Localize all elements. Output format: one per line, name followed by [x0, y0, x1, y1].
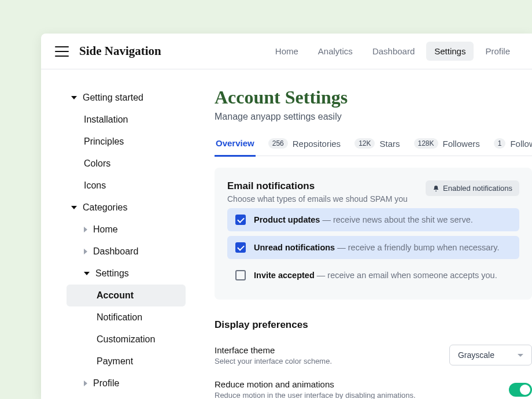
tab-stars[interactable]: 12K Stars: [353, 138, 401, 156]
topnav-home[interactable]: Home: [267, 42, 306, 61]
select-value: Grayscale: [458, 350, 494, 360]
tab-followers[interactable]: 128K Followers: [413, 138, 481, 156]
tab-count: 12K: [354, 138, 375, 149]
main-panel: Account Settings Manage anyapp settings …: [197, 69, 532, 399]
tab-label: Following: [510, 139, 532, 149]
panel-title: Email notifications: [227, 180, 408, 192]
tab-label: Followers: [443, 139, 480, 149]
sidebar-subgroup-settings[interactable]: Settings: [71, 263, 186, 285]
page-title: Account Settings: [215, 87, 532, 108]
content-area: Getting started Installation Principles …: [41, 69, 532, 399]
email-notifications-panel: Email notifications Choose what types of…: [215, 168, 532, 300]
option-unread-notifications[interactable]: Unread notifications — receive a friendl…: [227, 236, 519, 259]
sidebar-group-categories[interactable]: Categories: [71, 197, 186, 219]
sidebar-item-icons[interactable]: Icons: [71, 175, 186, 197]
topnav-dashboard[interactable]: Dashboard: [364, 42, 423, 61]
option-text: Invite accepted — receive an email when …: [254, 271, 497, 280]
enabled-notifications-badge[interactable]: Enabled notifications: [426, 180, 519, 196]
page-subtitle: Manage anyapp settings easily: [215, 112, 532, 122]
panel-desc: Choose what types of emails we shoud SPA…: [227, 194, 408, 204]
app-title: Side Navigation: [79, 44, 161, 58]
app-window: Side Navigation Home Analytics Dashboard…: [41, 34, 532, 399]
pref-desc: Select your interface color scheme.: [215, 357, 332, 365]
topnav-profile[interactable]: Profile: [477, 42, 518, 61]
option-product-updates[interactable]: Product updates — receive news about the…: [227, 208, 519, 231]
pref-interface-theme: Interface theme Select your interface co…: [215, 345, 532, 365]
sidebar-subitem-payment[interactable]: Payment: [71, 350, 186, 372]
tab-label: Repositories: [293, 139, 341, 149]
tab-count: 128K: [414, 138, 438, 149]
tab-count: 256: [268, 138, 288, 149]
top-nav: Home Analytics Dashboard Settings Profil…: [267, 42, 518, 61]
tab-count: 1: [494, 138, 506, 149]
pref-desc: Reduce motion in the user interface by d…: [215, 391, 416, 399]
theme-select[interactable]: Grayscale: [449, 345, 532, 365]
sidebar-group-label: Categories: [83, 202, 127, 213]
panel-header: Email notifications Choose what types of…: [227, 180, 519, 204]
checkbox-icon: [235, 270, 246, 280]
option-detail: — receive a friendly bump when necessary…: [335, 243, 499, 252]
topnav-analytics[interactable]: Analytics: [310, 42, 361, 61]
option-label: Unread notifications: [254, 243, 335, 252]
sidebar-subgroup-dashboard[interactable]: Dashboard: [71, 241, 186, 263]
topnav-settings[interactable]: Settings: [426, 42, 474, 61]
sidebar-subgroup-profile[interactable]: Profile: [71, 372, 186, 394]
tab-overview[interactable]: Overview: [215, 138, 256, 157]
tab-label: Overview: [216, 138, 254, 148]
option-detail: — receive an email when someone accepts …: [315, 271, 497, 280]
display-preferences-section: Display preferences Interface theme Sele…: [215, 319, 532, 399]
option-text: Unread notifications — receive a friendl…: [254, 243, 499, 252]
sidebar-subgroup-label: Settings: [95, 268, 129, 279]
topbar: Side Navigation Home Analytics Dashboard…: [41, 34, 532, 69]
sidebar-subgroup-label: Profile: [93, 378, 119, 389]
sidebar-subitem-customization[interactable]: Customization: [71, 328, 186, 350]
bell-icon: [433, 185, 439, 192]
sidebar-subgroup-label: Dashboard: [93, 246, 138, 257]
sidebar-item-colors[interactable]: Colors: [71, 153, 186, 175]
tab-label: Stars: [379, 139, 400, 149]
sidebar-item-installation[interactable]: Installation: [71, 109, 186, 131]
chevron-down-icon: [71, 206, 77, 209]
section-title: Display preferences: [215, 319, 532, 331]
sidebar-group-label: Getting started: [83, 93, 143, 103]
checkbox-icon: [235, 215, 246, 225]
tabs: Overview 256 Repositories 12K Stars 128K…: [215, 138, 532, 156]
sidebar-subitem-notification[interactable]: Notification: [71, 306, 186, 328]
chevron-right-icon: [84, 249, 87, 254]
pref-label: Interface theme: [215, 345, 332, 355]
tab-following[interactable]: 1 Following: [493, 138, 532, 156]
hamburger-icon[interactable]: [55, 46, 69, 57]
checkbox-icon: [235, 242, 246, 253]
sidebar: Getting started Installation Principles …: [41, 69, 197, 399]
badge-label: Enabled notifications: [443, 184, 512, 193]
sidebar-subgroup-label: Home: [93, 224, 118, 235]
sidebar-subitem-account[interactable]: Account: [66, 285, 186, 306]
option-label: Product updates: [254, 215, 320, 224]
chevron-right-icon: [84, 227, 87, 232]
chevron-down-icon: [71, 96, 77, 99]
sidebar-subgroup-home[interactable]: Home: [71, 219, 186, 241]
option-detail: — receive news about the shit we serve.: [320, 215, 472, 224]
chevron-down-icon: [84, 272, 90, 275]
chevron-right-icon: [84, 380, 87, 386]
reduce-motion-toggle[interactable]: [509, 383, 532, 397]
option-invite-accepted[interactable]: Invite accepted — receive an email when …: [227, 264, 519, 287]
pref-reduce-motion: Reduce motion and animations Reduce moti…: [215, 379, 532, 399]
sidebar-group-getting-started[interactable]: Getting started: [71, 87, 186, 109]
pref-label: Reduce motion and animations: [215, 379, 416, 389]
tab-repositories[interactable]: 256 Repositories: [267, 138, 342, 156]
sidebar-item-principles[interactable]: Principles: [71, 131, 186, 153]
option-label: Invite accepted: [254, 271, 315, 280]
option-text: Product updates — receive news about the…: [254, 215, 473, 224]
chevron-down-icon: [518, 354, 523, 357]
